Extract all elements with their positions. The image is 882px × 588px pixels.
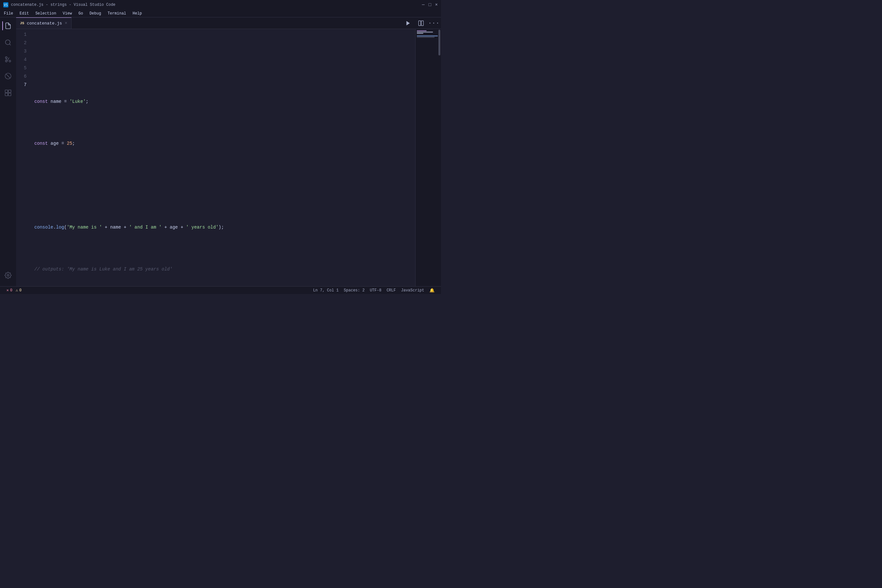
string-luke: 'Luke' [70, 98, 86, 106]
minimap [415, 29, 441, 286]
scrollbar-thumb[interactable] [438, 30, 440, 56]
tab-close-button[interactable]: × [64, 21, 67, 26]
comment-outputs: // outputs: 'My name is Luke and I am 25… [34, 265, 172, 273]
svg-rect-12 [8, 93, 11, 96]
line-number-5: 5 [24, 64, 26, 72]
console-fn: console [34, 223, 53, 231]
code-line-5: console.log('My name is ' + name + ' and… [32, 223, 415, 231]
language-text: JavaScript [401, 288, 424, 293]
ref-age: age [170, 223, 178, 231]
minimize-button[interactable]: ─ [422, 2, 424, 8]
notifications-icon: 🔔 [429, 288, 435, 293]
menu-debug[interactable]: Debug [87, 10, 104, 16]
string-and-i-am: ' and I am ' [129, 223, 162, 231]
ref-name: name [110, 223, 121, 231]
cursor-position-text: Ln 7, Col 1 [313, 288, 339, 293]
log-method: log [56, 223, 64, 231]
keyword-const-1: const [34, 98, 48, 106]
code-editor[interactable]: 1 2 3 4 5 6 7 const name = 'Luke'; const… [16, 29, 441, 286]
menu-help[interactable]: Help [130, 10, 144, 16]
activity-extensions[interactable] [2, 87, 14, 99]
svg-rect-11 [5, 93, 8, 96]
status-notifications[interactable]: 🔔 [427, 286, 437, 294]
status-errors[interactable]: ✕ 0 ⚠ 0 [4, 286, 24, 294]
activity-settings[interactable] [2, 270, 14, 281]
activity-search[interactable] [2, 37, 14, 48]
window-title: concatenate.js - strings - Visual Studio… [11, 3, 422, 7]
minimap-line-5 [417, 36, 440, 36]
app-icon: VS [3, 2, 8, 8]
editor-scrollbar[interactable] [438, 29, 441, 286]
statusbar: ✕ 0 ⚠ 0 Ln 7, Col 1 Spaces: 2 UTF-8 CRLF… [0, 286, 441, 294]
editor-toolbar: ··· [404, 17, 441, 29]
code-line-3: const age = 25; [32, 139, 415, 148]
activity-bar [0, 17, 16, 286]
line-number-4: 4 [24, 56, 26, 64]
svg-rect-10 [8, 90, 11, 93]
minimap-line-1 [417, 30, 426, 31]
var-age: age [51, 139, 58, 148]
tab-bar: JS concatenate.js × ··· [16, 17, 441, 29]
svg-rect-15 [419, 21, 421, 26]
line-number-1: 1 [24, 30, 26, 39]
status-eol[interactable]: CRLF [384, 286, 399, 294]
svg-point-6 [6, 60, 8, 62]
menubar: File Edit Selection View Go Debug Termin… [0, 10, 441, 17]
line-number-7: 7 [24, 81, 26, 89]
activity-git[interactable] [2, 54, 14, 65]
split-editor-button[interactable] [417, 19, 426, 28]
svg-point-5 [6, 57, 8, 58]
keyword-const-2: const [34, 139, 48, 148]
menu-terminal[interactable]: Terminal [105, 10, 129, 16]
activity-explorer[interactable] [2, 20, 14, 32]
code-line-2: const name = 'Luke'; [32, 98, 415, 106]
eol-text: CRLF [387, 288, 396, 293]
status-spaces[interactable]: Spaces: 2 [341, 286, 367, 294]
minimap-line-2 [417, 32, 433, 33]
svg-point-4 [9, 60, 11, 62]
code-line-4 [32, 181, 415, 189]
activity-debug[interactable] [2, 70, 14, 82]
menu-go[interactable]: Go [76, 10, 86, 16]
tab-filename: concatenate.js [27, 21, 62, 26]
status-encoding[interactable]: UTF-8 [367, 286, 384, 294]
active-tab[interactable]: JS concatenate.js × [16, 17, 72, 29]
maximize-button[interactable]: □ [428, 2, 431, 8]
minimap-line-6 [417, 37, 435, 38]
menu-file[interactable]: File [1, 10, 16, 16]
spaces-text: Spaces: 2 [344, 288, 364, 293]
string-my-name-is: 'My name is ' [67, 223, 102, 231]
error-count: 0 [10, 288, 12, 293]
line-numbers: 1 2 3 4 5 6 7 [16, 29, 32, 286]
menu-view[interactable]: View [60, 10, 75, 16]
line-number-2: 2 [24, 39, 26, 47]
minimap-content [416, 29, 441, 40]
menu-edit[interactable]: Edit [17, 10, 32, 16]
code-content[interactable]: const name = 'Luke'; const age = 25; con… [32, 29, 415, 286]
svg-text:VS: VS [4, 3, 8, 7]
code-line-1 [32, 56, 415, 64]
line-number-6: 6 [24, 72, 26, 81]
warning-count: 0 [20, 288, 22, 293]
tab-file-icon: JS [20, 21, 24, 25]
menu-selection[interactable]: Selection [33, 10, 59, 16]
svg-line-8 [6, 74, 10, 78]
window-controls[interactable]: ─ □ × [422, 2, 438, 8]
status-cursor-position[interactable]: Ln 7, Col 1 [310, 286, 341, 294]
more-actions-button[interactable]: ··· [429, 19, 438, 28]
titlebar: VS concatenate.js - strings - Visual Stu… [0, 0, 441, 10]
number-25: 25 [67, 139, 72, 148]
run-button[interactable] [404, 19, 412, 28]
line-number-3: 3 [24, 47, 26, 56]
status-language[interactable]: JavaScript [399, 286, 427, 294]
close-button[interactable]: × [435, 2, 438, 8]
svg-point-13 [7, 274, 9, 276]
error-icon: ✕ [6, 288, 9, 293]
encoding-text: UTF-8 [370, 288, 381, 293]
svg-point-2 [6, 40, 10, 45]
editor-area: JS concatenate.js × ··· [16, 17, 441, 286]
var-name: name [51, 98, 62, 106]
main-layout: JS concatenate.js × ··· [0, 17, 441, 286]
svg-rect-16 [422, 21, 424, 26]
minimap-line-3 [417, 33, 423, 34]
